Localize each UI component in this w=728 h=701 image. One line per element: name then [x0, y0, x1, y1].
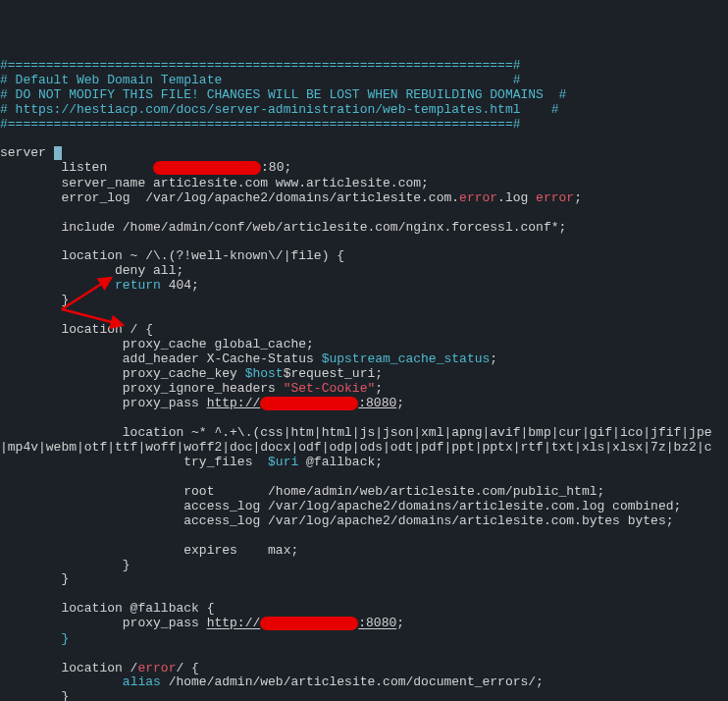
errorlog-semi: ;	[574, 190, 582, 205]
header-l1: # Default Web Domain Template #	[0, 73, 521, 87]
include-forcessl: include /home/admin/conf/web/articlesite…	[0, 220, 566, 235]
redacted-ip-1	[153, 161, 261, 175]
access-log-2: access_log /var/log/apache2/domains/arti…	[0, 513, 674, 528]
expires: expires max;	[0, 543, 298, 558]
fallback-head: location @fallback {	[0, 601, 214, 616]
listen-port: :80;	[261, 161, 291, 176]
loc-wellknown-retv: 404;	[161, 278, 199, 293]
server-keyword: server	[0, 145, 54, 160]
fallback-pass-semi: ;	[396, 617, 404, 631]
cache-key-pre: proxy_cache_key	[0, 366, 245, 381]
add-header-pre: add_header X-Cache-Status	[0, 351, 322, 366]
header-l2: # DO NOT MODIFY THIS FILE! CHANGES WILL …	[0, 87, 566, 102]
loc-error-head-post: / {	[176, 661, 198, 675]
ignore-headers-str: "Set-Cookie"	[284, 381, 376, 396]
redacted-ip-2	[260, 397, 358, 410]
fallback-close-brace: }	[61, 631, 69, 646]
errorlog-log: .log	[497, 190, 536, 205]
errorlog-err2: error	[536, 190, 574, 205]
loc-wellknown-deny: deny all;	[0, 263, 183, 278]
errorlog-pre: error_log /var/log/apache2/domains/artic…	[0, 190, 459, 205]
loc-wellknown-head: location ~ /\.(?!well-known\/|file) {	[0, 248, 344, 263]
loc-static-close-inner: }	[0, 558, 130, 572]
header-bar2: #=======================================…	[0, 117, 521, 132]
loc-error-head-pre: location /	[0, 661, 137, 675]
try-files-rest: @fallback;	[298, 455, 383, 469]
server-name: server_name articlesite.com www.articles…	[0, 176, 429, 190]
alias-keyword: alias	[123, 674, 161, 689]
loc-wellknown-close: }	[0, 293, 69, 307]
fallback-pass-url: http://	[207, 617, 261, 631]
fallback-close-pre	[0, 631, 61, 646]
proxy-pass-semi: ;	[396, 396, 404, 410]
redacted-ip-3	[260, 617, 358, 630]
try-files-var: $uri	[268, 455, 298, 469]
loc-wellknown-ret-pre	[0, 278, 115, 293]
add-header-var: $upstream_cache_status	[322, 351, 491, 366]
proxy-pass-port: :8080	[358, 396, 396, 410]
errorlog-err: error	[459, 190, 497, 205]
loc-error-head-err: error	[137, 661, 176, 675]
header-l3: # https://hestiacp.com/docs/server-admin…	[0, 102, 559, 117]
add-header-semi: ;	[490, 351, 497, 366]
alias-pre	[0, 674, 123, 689]
access-log-1: access_log /var/log/apache2/domains/arti…	[0, 499, 681, 513]
loc-static-head2: |mp4v|webm|otf|ttf|woff|woff2|doc|docx|o…	[0, 440, 712, 455]
return-keyword: return	[115, 278, 161, 293]
editor-content[interactable]: #=======================================…	[0, 59, 728, 701]
proxy-cache: proxy_cache global_cache;	[0, 337, 314, 351]
proxy-pass-url: http://	[207, 396, 261, 410]
listen-pre: listen	[0, 161, 153, 176]
ignore-headers-pre: proxy_ignore_headers	[0, 381, 284, 396]
proxy-pass-pre: proxy_pass	[0, 396, 207, 410]
root-directive: root /home/admin/web/articlesite.com/pub…	[0, 484, 604, 499]
header-bar: #=======================================…	[0, 58, 521, 73]
loc-root-head: location / {	[0, 322, 153, 337]
loc-error-close: }	[0, 689, 69, 701]
cache-key-rest: $request_uri;	[284, 366, 383, 381]
cache-key-var: $host	[245, 366, 284, 381]
ignore-headers-semi: ;	[375, 381, 383, 396]
cursor	[54, 146, 62, 160]
fallback-pass-pre: proxy_pass	[0, 617, 207, 631]
try-files-pre: try_files	[0, 455, 268, 469]
loc-static-close: }	[0, 571, 69, 586]
loc-static-head: location ~* ^.+\.(css|htm|html|js|json|x…	[0, 425, 712, 440]
fallback-pass-port: :8080	[358, 617, 396, 631]
alias-val: /home/admin/web/articlesite.com/document…	[161, 674, 544, 689]
